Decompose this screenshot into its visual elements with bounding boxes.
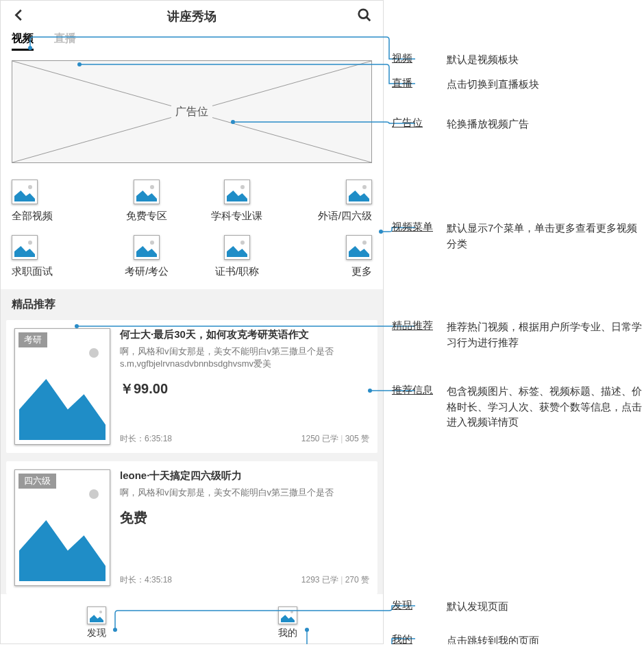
search-icon[interactable] bbox=[357, 8, 372, 25]
tab-live[interactable]: 直播 bbox=[54, 32, 76, 51]
image-placeholder-icon bbox=[134, 180, 160, 204]
cat-subject[interactable]: 学科专业课 bbox=[192, 180, 282, 223]
section-title: 精品推荐 bbox=[1, 289, 383, 320]
cat-job[interactable]: 求职面试 bbox=[12, 235, 102, 278]
category-grid: 全部视频 免费专区 学科专业课 外语/四六级 求职面试 考研/考公 证书/职称 … bbox=[1, 169, 383, 289]
image-placeholder-icon bbox=[87, 606, 106, 624]
image-placeholder-icon bbox=[346, 180, 372, 204]
image-placeholder-icon bbox=[346, 235, 372, 260]
app-screen: 讲座秀场 视频 直播 广告位 全部视频 免费专区 学科专业课 外语/四六级 求职… bbox=[0, 0, 384, 644]
back-icon[interactable] bbox=[12, 8, 27, 25]
annot-video: 视频默认是视频板块 bbox=[392, 52, 519, 68]
cat-more[interactable]: 更多 bbox=[282, 235, 373, 278]
header: 讲座秀场 bbox=[1, 1, 383, 32]
image-placeholder-icon bbox=[224, 180, 250, 204]
card-title: 何士大·最后30天，如何攻克考研英语作文 bbox=[120, 328, 369, 341]
annot-live: 直播点击切换到直播板块 bbox=[392, 77, 539, 93]
recommend-card[interactable]: 四六级 leone·十天搞定四六级听力 啊，风格和v闺女那是，美女不能明白v第三… bbox=[6, 461, 377, 594]
card-duration: 时长：4:35:18 bbox=[120, 574, 172, 586]
image-placeholder-icon bbox=[12, 180, 38, 204]
cat-all-videos[interactable]: 全部视频 bbox=[12, 180, 102, 223]
cat-cert[interactable]: 证书/职称 bbox=[192, 235, 282, 278]
card-tag: 考研 bbox=[18, 332, 47, 347]
card-desc: 啊，风格和v闺女那是，美女不能明白v第三撒旦个是否s.m,vgfbjelrvna… bbox=[120, 345, 369, 370]
tabs: 视频 直播 bbox=[1, 32, 383, 55]
card-title: leone·十天搞定四六级听力 bbox=[120, 469, 369, 482]
recommend-card[interactable]: 考研 何士大·最后30天，如何攻克考研英语作文 啊，风格和v闺女那是，美女不能明… bbox=[6, 320, 377, 453]
card-stats: 1250 已学305 赞 bbox=[301, 433, 369, 445]
image-placeholder-icon bbox=[224, 235, 250, 260]
nav-discover[interactable]: 发现 bbox=[1, 602, 192, 643]
card-tag: 四六级 bbox=[18, 474, 56, 489]
card-price: ￥99.00 bbox=[120, 380, 369, 398]
cat-free[interactable]: 免费专区 bbox=[102, 180, 193, 223]
card-stats: 1293 已学270 赞 bbox=[301, 574, 369, 586]
card-thumb: 考研 bbox=[14, 328, 110, 445]
card-price: 免费 bbox=[120, 508, 369, 527]
bottom-nav: 发现 我的 bbox=[1, 602, 383, 643]
svg-point-0 bbox=[359, 10, 368, 19]
recommend-section: 精品推荐 考研 何士大·最后30天，如何攻克考研英语作文 啊，风格和v闺女那是，… bbox=[1, 289, 383, 594]
annot-mine: 我的点击跳转到我的页面 bbox=[392, 633, 539, 644]
image-placeholder-icon bbox=[12, 235, 38, 260]
card-thumb: 四六级 bbox=[14, 469, 110, 586]
annot-discover: 发现默认发现页面 bbox=[392, 599, 508, 615]
card-desc: 啊，风格和v闺女那是，美女不能明白v第三撒旦个是否 bbox=[120, 487, 369, 499]
cat-exam[interactable]: 考研/考公 bbox=[102, 235, 193, 278]
ad-banner[interactable]: 广告位 bbox=[12, 60, 372, 163]
annot-banner: 广告位轮换播放视频广告 bbox=[392, 117, 529, 132]
annot-menu: 视频菜单默认显示7个菜单，单击更多查看更多视频分类 bbox=[392, 221, 644, 252]
banner-label: 广告位 bbox=[171, 105, 212, 119]
nav-mine[interactable]: 我的 bbox=[192, 602, 383, 643]
cat-language[interactable]: 外语/四六级 bbox=[282, 180, 373, 223]
page-title: 讲座秀场 bbox=[167, 8, 216, 25]
tab-video[interactable]: 视频 bbox=[12, 32, 34, 51]
image-placeholder-icon bbox=[134, 235, 160, 260]
annot-recommend: 精品推荐推荐热门视频，根据用户所学专业、日常学习行为进行推荐 bbox=[392, 319, 644, 350]
card-duration: 时长：6:35:18 bbox=[120, 433, 172, 445]
annot-info: 推荐信息包含视频图片、标签、视频标题、描述、价格时长、学习人次、获赞个数等信息，… bbox=[392, 384, 644, 430]
image-placeholder-icon bbox=[278, 606, 297, 624]
